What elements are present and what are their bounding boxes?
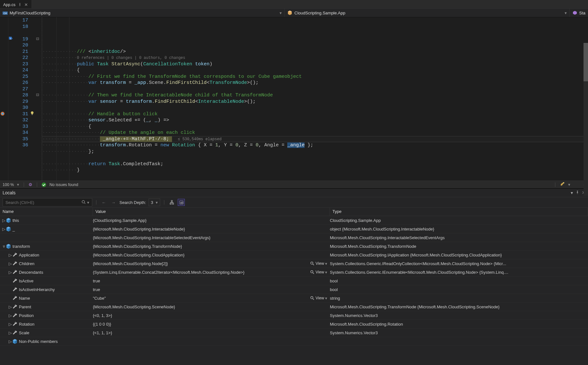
code-line[interactable]: ············0 references | 0 changes | 0… (42, 55, 588, 61)
nav-type-dropdown[interactable]: CloudScripting.Sample.App ▾ (285, 9, 569, 17)
locals-var-type: Microsoft.Mesh.CloudScripting.Interactab… (330, 235, 588, 240)
code-line[interactable]: ················var sensor = transform.F… (42, 99, 588, 105)
code-line[interactable]: ················return Task.CompletedTas… (42, 161, 588, 167)
property-icon (12, 321, 18, 327)
locals-row[interactable]: IsActiveInHierarchytruebool (0, 285, 588, 294)
property-icon (12, 304, 18, 310)
expander-icon[interactable]: ▷ (8, 339, 12, 344)
code-line[interactable]: ················}; (42, 149, 588, 155)
code-line[interactable]: ····················// Update the angle … (42, 130, 588, 136)
locals-row[interactable]: Name"Cube"View ▾string (0, 294, 588, 303)
locals-var-value: {System.Linq.Enumerable.Concat2Iterator<… (93, 270, 310, 275)
expander-icon[interactable]: ▷ (8, 270, 12, 275)
code-line[interactable] (42, 105, 588, 111)
locals-row[interactable]: ▷_{Microsoft.Mesh.CloudScripting.Interac… (0, 225, 588, 233)
code-line[interactable]: ············} (42, 167, 588, 174)
locals-var-type: bool (330, 279, 588, 283)
expander-icon[interactable]: ▷ (8, 322, 12, 327)
expander-icon[interactable]: ▷ (8, 330, 12, 335)
locals-row[interactable]: ▷Children{Microsoft.Mesh.CloudScripting.… (0, 259, 588, 268)
chevron-down-icon[interactable]: ▾ (17, 182, 19, 187)
code-line[interactable]: ················sensor.Selected += (_, _… (42, 117, 588, 124)
nav-back-icon[interactable]: ← (100, 199, 107, 206)
toggle-property-icon[interactable]: ab (178, 199, 185, 206)
window-position-dropdown[interactable]: ▾ (571, 190, 573, 195)
expander-icon[interactable]: ▷ (8, 253, 12, 257)
expander-icon[interactable]: ▷ (8, 304, 12, 309)
code-line[interactable]: ················var transform = _app.Sce… (42, 80, 588, 86)
chevron-down-icon: ▾ (280, 11, 282, 15)
locals-row[interactable]: ▷Position{<0, 1, 3>}System.Numerics.Vect… (0, 311, 588, 320)
col-header-name[interactable]: Name (0, 208, 93, 216)
nav-project-dropdown[interactable]: C# MyFirstCloudScripting ▾ (0, 9, 285, 17)
locals-var-value: {<1, 1, 1>} (93, 330, 327, 335)
view-visualizer-button[interactable]: View ▾ (310, 261, 327, 266)
intellicode-icon[interactable] (560, 182, 565, 188)
locals-row[interactable]: ▷Application{Microsoft.Mesh.CloudScripti… (0, 251, 588, 259)
chevron-down-icon[interactable]: ▾ (568, 182, 570, 187)
property-icon (12, 278, 18, 284)
code-line[interactable]: ················// Then we find the Inte… (42, 92, 588, 99)
property-icon (12, 270, 18, 275)
locals-var-type: CloudScripting.Sample.App (330, 218, 588, 223)
expander-icon[interactable]: ▷ (2, 218, 6, 223)
view-visualizer-button[interactable]: View ▾ (310, 296, 327, 301)
locals-var-name: Descendants (19, 270, 43, 275)
locals-var-name: _ (12, 227, 15, 231)
locals-row[interactable]: ▷Rotation{(1 0 0 0)}Microsoft.Mesh.Cloud… (0, 320, 588, 328)
toggle-tree-icon[interactable] (168, 199, 175, 206)
object-icon (6, 218, 11, 223)
svg-rect-0 (20, 5, 20, 6)
locals-var-value: {Microsoft.Mesh.CloudScripting.SceneNode… (93, 304, 327, 309)
code-line[interactable]: ····················transform.Rotation =… (42, 142, 588, 149)
locals-row[interactable]: ▷this{CloudScripting.Sample.App}CloudScr… (0, 216, 588, 225)
locals-row[interactable]: ▷Scale{<1, 1, 1>}System.Numerics.Vector3 (0, 328, 588, 337)
code-line[interactable] (42, 86, 588, 93)
locals-var-value: "Cube" (93, 296, 310, 301)
locals-row[interactable]: ▷Parent{Microsoft.Mesh.CloudScripting.Sc… (0, 303, 588, 311)
search-icon[interactable] (81, 200, 86, 205)
vertical-scrollbar[interactable] (584, 43, 588, 196)
code-line[interactable]: ············/// <inheritdoc/> (42, 49, 588, 55)
code-line[interactable] (42, 42, 588, 49)
expander-icon[interactable]: ▿ (2, 244, 6, 249)
nav-forward-icon[interactable]: → (110, 199, 117, 206)
search-input[interactable]: ▾ (3, 198, 92, 207)
code-editor[interactable]: i 17181920212223242526272829303132333435… (0, 17, 588, 181)
pin-icon[interactable] (576, 190, 579, 195)
locals-var-type: Microsoft.Mesh.CloudScripting.IApplicati… (330, 253, 588, 257)
close-icon[interactable] (24, 3, 28, 7)
locals-var-name: Non-Public members (19, 339, 58, 344)
nav-member-dropdown[interactable]: Sta (570, 9, 588, 17)
locals-row[interactable]: ▷Non-Public members (0, 337, 588, 346)
expander-icon[interactable]: ▷ (2, 227, 6, 231)
locals-row[interactable]: IsActivetruebool (0, 277, 588, 285)
navigation-bar: C# MyFirstCloudScripting ▾ CloudScriptin… (0, 8, 588, 17)
locals-row[interactable]: ▷Descendants{System.Linq.Enumerable.Conc… (0, 268, 588, 277)
code-line[interactable]: ················// Handle a button click (42, 111, 588, 118)
col-header-value[interactable]: Value (93, 208, 330, 216)
locals-var-value: {(1 0 0 0)} (93, 322, 327, 327)
expander-icon[interactable]: ▷ (8, 261, 12, 266)
code-line[interactable]: ············{ (42, 67, 588, 74)
chevron-down-icon[interactable]: ▾ (87, 200, 89, 205)
object-icon (6, 244, 11, 249)
view-visualizer-button[interactable]: View ▾ (310, 270, 327, 275)
locals-row[interactable]: ▿transform{Microsoft.Mesh.CloudScripting… (0, 242, 588, 251)
code-line[interactable]: ···················· _angle·+=·MathF.PI·… (42, 136, 588, 142)
zoom-level[interactable]: 100 % (3, 182, 14, 187)
locals-var-type: System.Numerics.Vector3 (330, 330, 588, 335)
search-field[interactable] (5, 200, 81, 205)
code-line[interactable]: ················{ (42, 124, 588, 130)
search-depth-select[interactable]: 3 ▾ (149, 199, 160, 206)
pin-icon[interactable] (18, 3, 22, 7)
expander-icon[interactable]: ▷ (8, 313, 12, 318)
code-line[interactable]: ················// First we find the Tra… (42, 74, 588, 80)
col-header-type[interactable]: Type (330, 208, 588, 216)
tab-active[interactable]: App.cs (0, 0, 31, 8)
code-line[interactable]: ············public Task StartAsync(Cance… (42, 61, 588, 68)
code-line[interactable] (42, 155, 588, 161)
locals-row[interactable]: {Microsoft.Mesh.CloudScripting.Interacta… (0, 233, 588, 242)
svg-rect-16 (171, 200, 172, 201)
locals-var-value: {Microsoft.Mesh.CloudScripting.Node[2]} (93, 261, 310, 266)
